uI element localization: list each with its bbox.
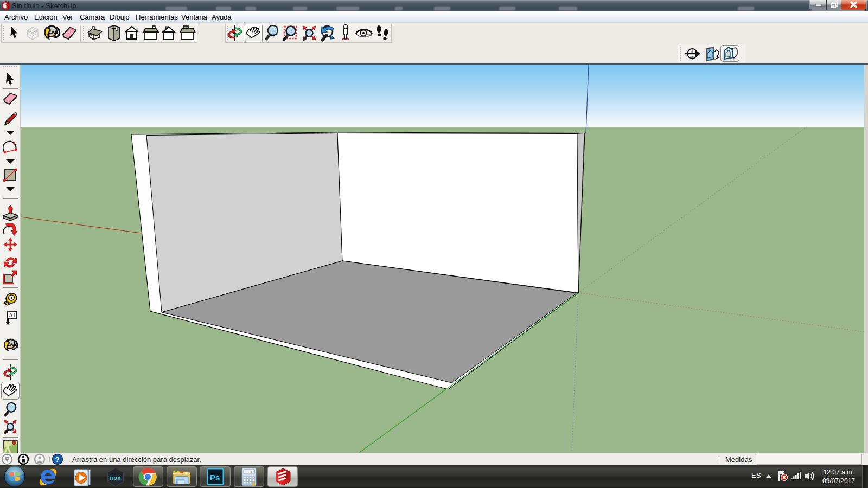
svg-text:c: c xyxy=(691,50,693,53)
svg-text:?: ? xyxy=(55,455,60,464)
svg-text:a.e: a.e xyxy=(690,55,694,59)
svg-text:0: 0 xyxy=(251,470,253,474)
svg-text:A1: A1 xyxy=(9,312,16,318)
svg-text:nox: nox xyxy=(110,474,121,481)
svg-text:Ps: Ps xyxy=(210,473,220,482)
